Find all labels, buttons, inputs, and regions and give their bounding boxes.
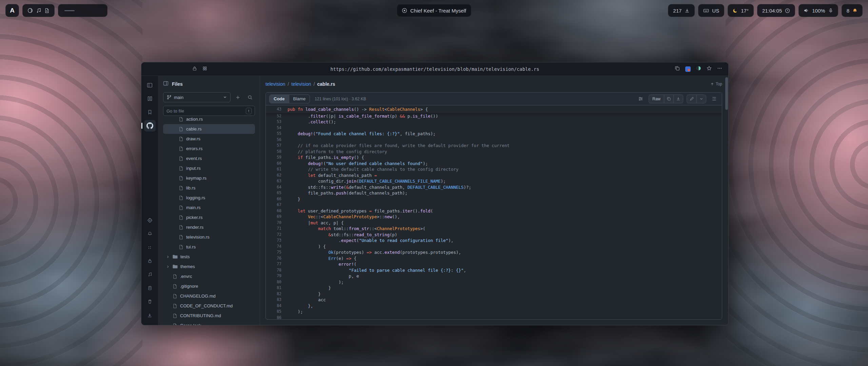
tree-item-file[interactable]: render.rs bbox=[163, 222, 255, 232]
line-number[interactable]: 54 bbox=[266, 125, 288, 131]
line-number[interactable]: 60 bbox=[266, 161, 288, 167]
line-number[interactable]: 78 bbox=[266, 267, 288, 273]
line-number[interactable]: 62 bbox=[266, 172, 288, 179]
updates-module[interactable]: 217 bbox=[668, 4, 695, 17]
line-number[interactable]: 72 bbox=[266, 232, 288, 238]
download-raw-icon[interactable] bbox=[673, 95, 683, 103]
script-file-icon[interactable] bbox=[44, 8, 50, 13]
music-icon[interactable] bbox=[144, 269, 156, 280]
library-icon[interactable] bbox=[144, 93, 156, 104]
line-number[interactable]: 82 bbox=[266, 291, 288, 297]
breadcrumb-repo-link[interactable]: television bbox=[265, 81, 285, 87]
weather-module[interactable]: 17° bbox=[728, 4, 754, 17]
search-tree-button[interactable] bbox=[245, 92, 255, 102]
launcher-button[interactable]: A bbox=[5, 4, 19, 17]
tree-item-file[interactable]: action.rs bbox=[163, 114, 255, 124]
lock-icon[interactable] bbox=[144, 255, 156, 267]
darkmode-extension-icon[interactable] bbox=[696, 66, 701, 72]
view-settings-icon[interactable] bbox=[636, 95, 645, 103]
line-number[interactable]: 69 bbox=[266, 214, 288, 220]
menu-ellipsis-icon[interactable] bbox=[717, 66, 722, 72]
edit-pencil-icon[interactable] bbox=[687, 95, 696, 103]
line-number[interactable]: 59 bbox=[266, 155, 288, 161]
line-number[interactable]: 43 bbox=[266, 106, 288, 113]
line-number[interactable]: 61 bbox=[266, 166, 288, 172]
panel-toggle-icon[interactable] bbox=[144, 79, 156, 91]
line-number[interactable]: 84 bbox=[266, 303, 288, 309]
branch-selector[interactable]: main bbox=[163, 92, 231, 102]
notifications-module[interactable]: 8 bbox=[842, 4, 863, 17]
tree-item-file[interactable]: CONTRIBUTING.md bbox=[163, 311, 255, 321]
line-number[interactable]: 70 bbox=[266, 220, 288, 226]
tree-item-file[interactable]: television.rs bbox=[163, 232, 255, 242]
clipboard-icon[interactable] bbox=[144, 282, 156, 294]
star-icon[interactable] bbox=[707, 66, 712, 72]
audio-module[interactable]: 100% bbox=[798, 4, 838, 17]
goto-file-input[interactable] bbox=[166, 108, 244, 114]
trash-icon[interactable] bbox=[144, 296, 156, 307]
line-number[interactable]: 58 bbox=[266, 149, 288, 155]
line-number[interactable]: 80 bbox=[266, 279, 288, 285]
raw-button[interactable]: Raw bbox=[649, 95, 664, 103]
line-number[interactable]: 67 bbox=[266, 202, 288, 208]
tree-item-file[interactable]: CODE_OF_CONDUCT.md bbox=[163, 301, 255, 311]
now-playing-module[interactable]: Chief Keef - Treat Myself bbox=[397, 4, 471, 17]
line-number[interactable]: 64 bbox=[266, 184, 288, 190]
tree-item-file[interactable]: picker.rs bbox=[163, 212, 255, 222]
line-number[interactable]: 63 bbox=[266, 178, 288, 184]
code-viewer[interactable]: 43pub fn load_cable_channels() -> Result… bbox=[266, 105, 722, 319]
tree-item-file[interactable]: .gitignore bbox=[163, 281, 255, 291]
tree-item-file[interactable]: cable.rs bbox=[163, 124, 255, 134]
line-number[interactable]: 81 bbox=[266, 285, 288, 291]
line-number[interactable]: 65 bbox=[266, 190, 288, 196]
line-number[interactable]: 55 bbox=[266, 131, 288, 137]
tree-item-file[interactable]: draw.rs bbox=[163, 134, 255, 144]
tree-item-file[interactable]: keymap.rs bbox=[163, 173, 255, 183]
tree-item-folder[interactable]: tests bbox=[163, 252, 255, 262]
url-bar[interactable]: https://github.com/alexpasmantier/televi… bbox=[141, 66, 728, 72]
grip-icon[interactable] bbox=[144, 242, 156, 253]
line-number[interactable]: 86 bbox=[266, 315, 288, 320]
line-number[interactable]: 83 bbox=[266, 297, 288, 303]
new-file-button[interactable] bbox=[233, 92, 243, 102]
page-scrollbar[interactable] bbox=[725, 77, 728, 110]
extension-icon-1[interactable] bbox=[685, 66, 691, 72]
clock-module[interactable]: 21:04:05 bbox=[757, 4, 795, 17]
music-note-icon[interactable] bbox=[36, 8, 41, 13]
keyboard-layout-module[interactable]: US bbox=[698, 4, 724, 17]
tree-item-file[interactable]: errors.rs bbox=[163, 144, 255, 154]
back-to-top-link[interactable]: Top bbox=[710, 82, 722, 86]
collapse-tree-icon[interactable] bbox=[163, 81, 169, 87]
appearance-icon[interactable] bbox=[27, 8, 33, 13]
tree-item-file[interactable]: lib.rs bbox=[163, 183, 255, 193]
extensions-grid-icon[interactable] bbox=[202, 66, 207, 72]
line-number[interactable]: 76 bbox=[266, 256, 288, 262]
breadcrumb-dir-link[interactable]: television bbox=[291, 81, 311, 87]
tree-item-file[interactable]: Cargo.lock bbox=[163, 321, 255, 325]
tree-item-file[interactable]: .envrc bbox=[163, 271, 255, 281]
tree-item-file[interactable]: logging.rs bbox=[163, 193, 255, 203]
copy-raw-icon[interactable] bbox=[664, 95, 673, 103]
line-number[interactable]: 74 bbox=[266, 244, 288, 250]
line-number[interactable]: 52 bbox=[266, 113, 288, 119]
tree-item-file[interactable]: tui.rs bbox=[163, 242, 255, 252]
line-number[interactable]: 53 bbox=[266, 119, 288, 125]
edit-dropdown-caret-icon[interactable] bbox=[696, 95, 706, 103]
line-number[interactable]: 56 bbox=[266, 137, 288, 143]
line-number[interactable]: 68 bbox=[266, 208, 288, 214]
tree-item-file[interactable]: input.rs bbox=[163, 163, 255, 173]
tab-code[interactable]: Code bbox=[270, 95, 289, 103]
line-number[interactable]: 75 bbox=[266, 249, 288, 256]
line-number[interactable]: 73 bbox=[266, 238, 288, 244]
line-number[interactable]: 77 bbox=[266, 261, 288, 267]
line-number[interactable]: 79 bbox=[266, 273, 288, 279]
site-lock-icon[interactable] bbox=[192, 66, 197, 72]
line-number[interactable]: 71 bbox=[266, 226, 288, 232]
target-icon[interactable] bbox=[144, 215, 156, 226]
duplicate-tab-icon[interactable] bbox=[675, 66, 680, 72]
tab-github[interactable] bbox=[144, 120, 156, 131]
tree-item-file[interactable]: main.rs bbox=[163, 203, 255, 212]
alert-icon[interactable] bbox=[144, 228, 156, 240]
download-icon[interactable] bbox=[144, 309, 156, 321]
symbols-outline-icon[interactable] bbox=[710, 95, 718, 103]
